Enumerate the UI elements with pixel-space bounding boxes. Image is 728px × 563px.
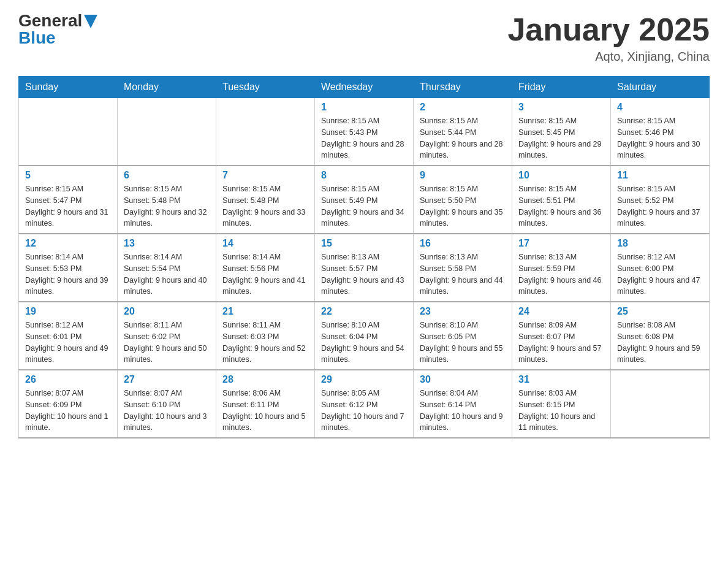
calendar-cell: 1Sunrise: 8:15 AMSunset: 5:43 PMDaylight… [315, 98, 414, 166]
day-number: 28 [222, 374, 308, 385]
calendar-week-4: 19Sunrise: 8:12 AMSunset: 6:01 PMDayligh… [19, 302, 710, 370]
calendar-cell: 20Sunrise: 8:11 AMSunset: 6:02 PMDayligh… [118, 302, 216, 370]
day-info: Sunrise: 8:10 AMSunset: 6:04 PMDaylight:… [321, 320, 407, 366]
day-number: 23 [420, 306, 506, 317]
calendar-cell: 14Sunrise: 8:14 AMSunset: 5:56 PMDayligh… [216, 234, 315, 302]
page-header: General Blue January 2025 Aqto, Xinjiang… [18, 12, 710, 64]
day-number: 11 [617, 170, 703, 181]
day-info: Sunrise: 8:03 AMSunset: 6:15 PMDaylight:… [518, 388, 604, 434]
day-number: 27 [124, 374, 210, 385]
day-info: Sunrise: 8:15 AMSunset: 5:48 PMDaylight:… [222, 183, 308, 229]
day-info: Sunrise: 8:15 AMSunset: 5:49 PMDaylight:… [321, 183, 407, 229]
calendar-cell: 3Sunrise: 8:15 AMSunset: 5:45 PMDaylight… [512, 98, 611, 166]
day-info: Sunrise: 8:10 AMSunset: 6:05 PMDaylight:… [420, 320, 506, 366]
day-info: Sunrise: 8:14 AMSunset: 5:53 PMDaylight:… [25, 251, 111, 297]
calendar-cell: 19Sunrise: 8:12 AMSunset: 6:01 PMDayligh… [19, 302, 118, 370]
day-number: 25 [617, 306, 703, 317]
day-number: 3 [518, 102, 604, 113]
day-info: Sunrise: 8:13 AMSunset: 5:57 PMDaylight:… [321, 251, 407, 297]
calendar-cell [118, 98, 216, 166]
day-number: 15 [321, 238, 407, 249]
calendar-cell: 24Sunrise: 8:09 AMSunset: 6:07 PMDayligh… [512, 302, 611, 370]
calendar-cell: 23Sunrise: 8:10 AMSunset: 6:05 PMDayligh… [414, 302, 512, 370]
logo-blue-text: Blue [18, 29, 97, 47]
calendar-cell [19, 98, 118, 166]
calendar-cell: 31Sunrise: 8:03 AMSunset: 6:15 PMDayligh… [512, 370, 611, 438]
day-number: 7 [222, 170, 308, 181]
calendar-cell: 17Sunrise: 8:13 AMSunset: 5:59 PMDayligh… [512, 234, 611, 302]
day-info: Sunrise: 8:05 AMSunset: 6:12 PMDaylight:… [321, 388, 407, 434]
calendar-cell: 28Sunrise: 8:06 AMSunset: 6:11 PMDayligh… [216, 370, 315, 438]
day-number: 19 [25, 306, 111, 317]
day-info: Sunrise: 8:04 AMSunset: 6:14 PMDaylight:… [420, 388, 506, 434]
day-info: Sunrise: 8:15 AMSunset: 5:43 PMDaylight:… [321, 115, 407, 161]
day-info: Sunrise: 8:08 AMSunset: 6:08 PMDaylight:… [617, 320, 703, 366]
calendar-cell: 5Sunrise: 8:15 AMSunset: 5:47 PMDaylight… [19, 166, 118, 234]
calendar-week-5: 26Sunrise: 8:07 AMSunset: 6:09 PMDayligh… [19, 370, 710, 438]
day-info: Sunrise: 8:09 AMSunset: 6:07 PMDaylight:… [518, 320, 604, 366]
day-info: Sunrise: 8:15 AMSunset: 5:46 PMDaylight:… [617, 115, 703, 161]
calendar-cell: 9Sunrise: 8:15 AMSunset: 5:50 PMDaylight… [414, 166, 512, 234]
calendar-cell: 12Sunrise: 8:14 AMSunset: 5:53 PMDayligh… [19, 234, 118, 302]
day-info: Sunrise: 8:15 AMSunset: 5:44 PMDaylight:… [420, 115, 506, 161]
day-number: 30 [420, 374, 506, 385]
col-tuesday: Tuesday [216, 77, 315, 98]
location-title: Aqto, Xinjiang, China [507, 50, 710, 64]
calendar-cell: 25Sunrise: 8:08 AMSunset: 6:08 PMDayligh… [611, 302, 710, 370]
day-number: 4 [617, 102, 703, 113]
day-number: 13 [124, 238, 210, 249]
day-number: 18 [617, 238, 703, 249]
day-info: Sunrise: 8:14 AMSunset: 5:54 PMDaylight:… [124, 251, 210, 297]
day-number: 16 [420, 238, 506, 249]
calendar-cell: 7Sunrise: 8:15 AMSunset: 5:48 PMDaylight… [216, 166, 315, 234]
logo-triangle-icon [84, 15, 97, 28]
calendar-cell [216, 98, 315, 166]
day-number: 12 [25, 238, 111, 249]
calendar-cell: 8Sunrise: 8:15 AMSunset: 5:49 PMDaylight… [315, 166, 414, 234]
day-number: 24 [518, 306, 604, 317]
col-friday: Friday [512, 77, 611, 98]
calendar-cell: 4Sunrise: 8:15 AMSunset: 5:46 PMDaylight… [611, 98, 710, 166]
calendar-cell: 16Sunrise: 8:13 AMSunset: 5:58 PMDayligh… [414, 234, 512, 302]
day-number: 17 [518, 238, 604, 249]
day-info: Sunrise: 8:13 AMSunset: 5:58 PMDaylight:… [420, 251, 506, 297]
day-number: 8 [321, 170, 407, 181]
day-info: Sunrise: 8:07 AMSunset: 6:09 PMDaylight:… [25, 388, 111, 434]
day-info: Sunrise: 8:15 AMSunset: 5:45 PMDaylight:… [518, 115, 604, 161]
calendar-week-2: 5Sunrise: 8:15 AMSunset: 5:47 PMDaylight… [19, 166, 710, 234]
calendar-cell [611, 370, 710, 438]
day-number: 10 [518, 170, 604, 181]
day-info: Sunrise: 8:15 AMSunset: 5:50 PMDaylight:… [420, 183, 506, 229]
day-number: 14 [222, 238, 308, 249]
col-sunday: Sunday [19, 77, 118, 98]
calendar-week-3: 12Sunrise: 8:14 AMSunset: 5:53 PMDayligh… [19, 234, 710, 302]
day-info: Sunrise: 8:11 AMSunset: 6:02 PMDaylight:… [124, 320, 210, 366]
header-row: Sunday Monday Tuesday Wednesday Thursday… [19, 77, 710, 98]
logo: General Blue [18, 12, 97, 47]
day-number: 22 [321, 306, 407, 317]
day-number: 5 [25, 170, 111, 181]
day-number: 29 [321, 374, 407, 385]
day-info: Sunrise: 8:06 AMSunset: 6:11 PMDaylight:… [222, 388, 308, 434]
calendar-cell: 29Sunrise: 8:05 AMSunset: 6:12 PMDayligh… [315, 370, 414, 438]
col-wednesday: Wednesday [315, 77, 414, 98]
col-monday: Monday [118, 77, 216, 98]
day-number: 2 [420, 102, 506, 113]
day-number: 26 [25, 374, 111, 385]
svg-marker-0 [84, 15, 97, 28]
calendar-cell: 22Sunrise: 8:10 AMSunset: 6:04 PMDayligh… [315, 302, 414, 370]
logo-general-text: General [18, 12, 82, 29]
day-info: Sunrise: 8:14 AMSunset: 5:56 PMDaylight:… [222, 251, 308, 297]
calendar-cell: 21Sunrise: 8:11 AMSunset: 6:03 PMDayligh… [216, 302, 315, 370]
day-info: Sunrise: 8:13 AMSunset: 5:59 PMDaylight:… [518, 251, 604, 297]
day-info: Sunrise: 8:07 AMSunset: 6:10 PMDaylight:… [124, 388, 210, 434]
day-number: 21 [222, 306, 308, 317]
day-info: Sunrise: 8:12 AMSunset: 6:01 PMDaylight:… [25, 320, 111, 366]
calendar-cell: 2Sunrise: 8:15 AMSunset: 5:44 PMDaylight… [414, 98, 512, 166]
day-number: 1 [321, 102, 407, 113]
calendar-cell: 13Sunrise: 8:14 AMSunset: 5:54 PMDayligh… [118, 234, 216, 302]
calendar-header: Sunday Monday Tuesday Wednesday Thursday… [19, 77, 710, 98]
calendar-cell: 11Sunrise: 8:15 AMSunset: 5:52 PMDayligh… [611, 166, 710, 234]
calendar-body: 1Sunrise: 8:15 AMSunset: 5:43 PMDaylight… [19, 98, 710, 439]
col-saturday: Saturday [611, 77, 710, 98]
